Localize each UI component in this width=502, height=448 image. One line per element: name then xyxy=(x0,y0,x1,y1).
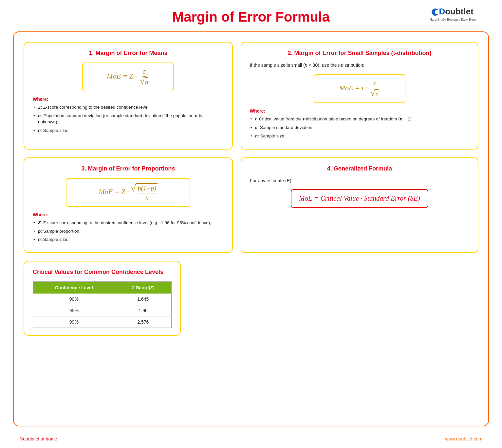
section2-bullets: t: Critical value from the t-distributio… xyxy=(250,116,469,139)
cell-zscore-3: 2.576 xyxy=(115,316,172,328)
section4-card: 4. Generalized Formula For any estimate … xyxy=(241,157,478,253)
logo-area: Doubtlet Hard Study Becomes Easy Here xyxy=(429,7,476,21)
table-row: 90% 1.645 xyxy=(33,294,172,305)
section1-card: 1. Margin of Error for Means MoE = Z · σ… xyxy=(24,42,233,150)
section1-where: Where: xyxy=(33,97,224,102)
section2-intro: If the sample size is small (n < 30), us… xyxy=(250,63,469,68)
section2-formula: MoE = t · s √n xyxy=(339,84,380,92)
section1-bullets: Z: Z-score corresponding to the desired … xyxy=(33,104,224,134)
section1-bullet-1: Z: Z-score corresponding to the desired … xyxy=(33,104,224,111)
cell-confidence-3: 99% xyxy=(33,316,115,328)
section1-formula: MoE = Z · σ √n xyxy=(107,72,150,80)
cell-confidence-1: 90% xyxy=(33,294,115,305)
section4-for-any: For any estimate (E): xyxy=(250,178,469,183)
footer-left: ©doubtlet at home xyxy=(20,436,57,441)
section3-bullet-2: p: Sample proportion, xyxy=(33,228,224,235)
critical-values-table: Confidence Level Z-Score(Z) 90% 1.645 95… xyxy=(33,281,172,328)
section2-formula-box: MoE = t · s √n xyxy=(314,74,405,103)
section2-card: 2. Margin of Error for Small Samples (t-… xyxy=(241,42,478,150)
page-footer: ©doubtlet at home www.doubtlet.com xyxy=(0,433,502,448)
section3-formula-box: MoE = Z · √ p(1−p) n xyxy=(66,178,190,207)
col-header-confidence: Confidence Level xyxy=(33,282,115,294)
section4-formula: MoE = Critical Value · Standard Error (S… xyxy=(299,194,420,202)
logo-brand: Doubtlet xyxy=(432,7,473,17)
footer-right: www.doubtlet.com xyxy=(445,436,482,441)
section3-card: 3. Margin of Error for Proportions MoE =… xyxy=(24,157,233,253)
section3-title: 3. Margin of Error for Proportions xyxy=(33,165,224,172)
section3-bullets: Z: Z-score corresponding to the desired … xyxy=(33,220,224,243)
bottom-row: 3. Margin of Error for Proportions MoE =… xyxy=(24,157,478,253)
section1-bullet-2: σ: Population standard deviation (or sam… xyxy=(33,113,224,125)
table-row: 99% 2.576 xyxy=(33,316,172,328)
main-container: 1. Margin of Error for Means MoE = Z · σ… xyxy=(13,31,489,426)
logo-tagline: Hard Study Becomes Easy Here xyxy=(429,17,476,21)
section3-bullet-1: Z: Z-score corresponding to the desired … xyxy=(33,220,224,226)
critical-values-card: Critical Values for Common Confidence Le… xyxy=(24,261,181,336)
section1-formula-box: MoE = Z · σ √n xyxy=(82,63,174,91)
cell-zscore-2: 1.96 xyxy=(115,305,172,316)
section1-title: 1. Margin of Error for Means xyxy=(33,50,224,57)
section3-bullet-3: n: Sample size. xyxy=(33,237,224,243)
top-row: 1. Margin of Error for Means MoE = Z · σ… xyxy=(24,42,478,150)
page-title: Margin of Error Formula xyxy=(172,9,330,25)
col-header-zscore: Z-Score(Z) xyxy=(115,282,172,294)
section3-where: Where: xyxy=(33,212,224,217)
section1-bullet-3: n: Sample size. xyxy=(33,128,224,134)
section2-title: 2. Margin of Error for Small Samples (t-… xyxy=(250,50,469,57)
section4-formula-box: MoE = Critical Value · Standard Error (S… xyxy=(291,189,428,208)
critical-values-title: Critical Values for Common Confidence Le… xyxy=(33,269,172,276)
page-header: Margin of Error Formula Doubtlet Hard St… xyxy=(0,0,502,28)
section4-title: 4. Generalized Formula xyxy=(250,165,469,172)
section2-bullet-2: s: Sample standard deviation, xyxy=(250,125,469,131)
cell-confidence-2: 95% xyxy=(33,305,115,316)
section2-bullet-3: n: Sample size. xyxy=(250,133,469,139)
table-row: 95% 1.96 xyxy=(33,305,172,316)
section2-where: Where: xyxy=(250,108,469,114)
cell-zscore-1: 1.645 xyxy=(115,294,172,305)
section3-formula: MoE = Z · √ p(1−p) n xyxy=(99,188,158,196)
table-wrapper: Confidence Level Z-Score(Z) 90% 1.645 95… xyxy=(33,281,172,328)
section2-bullet-1: t: Critical value from the t-distributio… xyxy=(250,116,469,122)
